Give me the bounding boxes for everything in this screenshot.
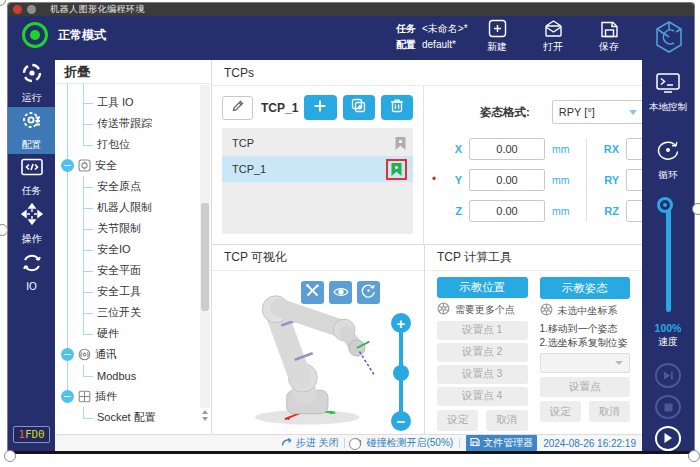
nav-item-run[interactable]: 运行 bbox=[8, 60, 55, 107]
delete-tcp-button[interactable] bbox=[381, 95, 413, 120]
tree-item-label: Socket 配置 bbox=[97, 410, 156, 425]
tree-item-modbus[interactable]: Modbus bbox=[55, 365, 199, 386]
tree-group-safety[interactable]: 安全 bbox=[55, 155, 199, 176]
pose-confirm-button[interactable]: 设定 bbox=[540, 401, 581, 422]
duplicate-tcp-button[interactable] bbox=[343, 95, 375, 120]
ry-input[interactable] bbox=[626, 169, 642, 191]
zoom-out-button[interactable]: − bbox=[391, 411, 411, 431]
tree-item-robot-limits[interactable]: 机器人限制 bbox=[55, 197, 199, 218]
speed-slider-knob[interactable] bbox=[660, 200, 670, 210]
local-control-button[interactable]: 本地控制 bbox=[649, 72, 687, 114]
step-run-button[interactable] bbox=[655, 363, 681, 388]
rx-input[interactable] bbox=[626, 138, 642, 160]
tree-scrollbar[interactable] bbox=[200, 85, 210, 408]
tree-item-safety-home[interactable]: 安全原点 bbox=[55, 176, 199, 197]
rotation-column: RX ° RY ° bbox=[586, 138, 642, 222]
app-window: 机器人图形化编程环境 正常模式 任务<未命名>* 配置default* bbox=[7, 2, 695, 454]
tcp-row-default[interactable]: TCP bbox=[222, 130, 413, 156]
step-mode-status[interactable]: 步进 关闭 bbox=[281, 436, 339, 450]
left-nav-rail: 运行 配置 bbox=[8, 60, 55, 451]
teach-position-button[interactable]: 示教位置 bbox=[437, 277, 528, 298]
pose-format-row: 姿态格式: RPY [°] bbox=[480, 100, 642, 124]
tree-collapse-header[interactable]: 折叠 bbox=[55, 60, 211, 84]
collapse-toggle[interactable] bbox=[61, 390, 74, 403]
nav-item-task[interactable]: 任务 bbox=[8, 154, 55, 201]
set-active-flag-icon[interactable] bbox=[394, 136, 407, 151]
loop-button[interactable]: 循环 bbox=[655, 138, 681, 182]
window-minimize-icon[interactable] bbox=[27, 5, 36, 14]
selection-handle[interactable] bbox=[688, 450, 700, 462]
red-annotation-box bbox=[386, 159, 407, 180]
x-unit: mm bbox=[552, 143, 572, 155]
loop-icon bbox=[655, 138, 681, 166]
tree-item-safety-tool[interactable]: 安全工具 bbox=[55, 281, 199, 302]
viz-reset-view-button[interactable] bbox=[357, 281, 380, 304]
stop-button[interactable] bbox=[655, 395, 681, 420]
tcp-list: TCP TCP_1 bbox=[222, 128, 413, 234]
z-unit: mm bbox=[552, 205, 572, 217]
selection-handle[interactable] bbox=[349, 438, 361, 450]
tree-item-socket-config[interactable]: Socket 配置 bbox=[55, 407, 199, 428]
eye-icon bbox=[333, 284, 349, 302]
viz-tools-button[interactable] bbox=[301, 281, 324, 304]
collision-detection-status[interactable]: 碰撞检测开启(50%) bbox=[351, 436, 453, 450]
set-point-1-button[interactable]: 设置点 1 bbox=[437, 321, 528, 340]
coordinate-system-select[interactable] bbox=[540, 353, 631, 373]
speed-slider-track[interactable] bbox=[666, 206, 671, 312]
selection-handle[interactable] bbox=[0, 0, 6, 6]
tcp-row-tcp1[interactable]: TCP_1 bbox=[222, 156, 413, 182]
new-button[interactable]: 新建 bbox=[476, 19, 518, 54]
open-button[interactable]: 打开 bbox=[532, 19, 574, 54]
x-label: X bbox=[444, 143, 462, 155]
teach-pose-button[interactable]: 示教姿态 bbox=[540, 277, 631, 299]
set-point-3-button[interactable]: 设置点 3 bbox=[437, 365, 528, 384]
add-tcp-button[interactable] bbox=[304, 95, 336, 120]
play-button[interactable] bbox=[655, 426, 681, 451]
rz-input[interactable] bbox=[626, 200, 642, 222]
calc-title: TCP 计算工具 bbox=[425, 245, 642, 271]
set-point-2-button[interactable]: 设置点 2 bbox=[437, 343, 528, 362]
tree-group-plugins[interactable]: 插件 bbox=[55, 386, 199, 407]
viz-3d-viewport[interactable]: + − bbox=[212, 271, 424, 434]
nav-item-io[interactable]: IO bbox=[8, 248, 55, 295]
tree-item-conveyor[interactable]: 传送带跟踪 bbox=[55, 113, 199, 134]
file-manager-button[interactable]: 文件管理器 bbox=[466, 435, 537, 451]
pose-cancel-button[interactable]: 取消 bbox=[589, 401, 630, 422]
tree-item-label: Modbus bbox=[97, 370, 136, 382]
position-confirm-button[interactable]: 设定 bbox=[437, 410, 478, 431]
position-cancel-button[interactable]: 取消 bbox=[486, 410, 527, 431]
rename-tcp-button[interactable] bbox=[222, 96, 253, 120]
tree-item-safety-io[interactable]: 安全IO bbox=[55, 239, 199, 260]
nav-item-config[interactable]: 配置 bbox=[8, 107, 55, 154]
window-title: 机器人图形化编程环境 bbox=[50, 3, 145, 16]
window-close-icon[interactable] bbox=[13, 5, 22, 14]
tree-item-three-position-switch[interactable]: 三位开关 bbox=[55, 302, 199, 323]
tree-item-safety-planes[interactable]: 安全平面 bbox=[55, 260, 199, 281]
tree-item-joint-limits[interactable]: 关节限制 bbox=[55, 218, 199, 239]
selection-handle[interactable] bbox=[692, 203, 700, 215]
tree-item-hardware[interactable]: 硬件 bbox=[55, 323, 199, 344]
tree-group-communication[interactable]: 通讯 bbox=[55, 344, 199, 365]
x-input[interactable] bbox=[469, 138, 545, 160]
tree-item-tool-io[interactable]: 工具 IO bbox=[55, 92, 199, 113]
scroll-down-icon[interactable] bbox=[202, 417, 208, 421]
selection-handle[interactable] bbox=[4, 450, 16, 462]
pose-format-select[interactable]: RPY [°] bbox=[552, 100, 642, 124]
collapse-toggle[interactable] bbox=[61, 348, 74, 361]
zoom-slider-knob[interactable] bbox=[393, 365, 409, 381]
scrollbar-thumb[interactable] bbox=[201, 203, 209, 311]
scroll-up-icon[interactable] bbox=[202, 410, 208, 414]
app-body: 运行 配置 bbox=[8, 60, 694, 451]
active-flag-icon[interactable] bbox=[390, 162, 403, 177]
zoom-in-button[interactable]: + bbox=[391, 313, 411, 333]
y-input[interactable] bbox=[469, 169, 545, 191]
pose-set-point-button[interactable]: 设置点 bbox=[540, 377, 631, 397]
collapse-toggle[interactable] bbox=[61, 159, 74, 172]
save-button[interactable]: 保存 bbox=[588, 19, 630, 54]
nav-item-operate[interactable]: 操作 bbox=[8, 201, 55, 248]
set-point-4-button[interactable]: 设置点 4 bbox=[437, 387, 528, 406]
tcps-list-section: TCP_1 bbox=[212, 86, 424, 244]
tree-item-packing[interactable]: 打包位 bbox=[55, 134, 199, 155]
viz-visibility-button[interactable] bbox=[329, 281, 352, 304]
z-input[interactable] bbox=[469, 200, 545, 222]
